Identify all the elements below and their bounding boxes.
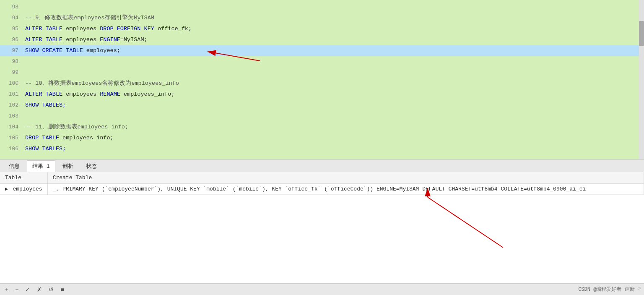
table-header-row: Table Create Table bbox=[0, 172, 644, 184]
code-line-98: 98 bbox=[0, 56, 644, 67]
line-number: 105 bbox=[0, 133, 25, 144]
code-lines: 9394-- 9、修改数据表employees存储引擎为MyISAM95ALTE… bbox=[0, 0, 644, 156]
code-line-103: 103 bbox=[0, 111, 644, 122]
code-line-94: 94-- 9、修改数据表employees存储引擎为MyISAM bbox=[0, 13, 644, 23]
editor-scrollbar[interactable] bbox=[639, 0, 644, 159]
col-create-table: Create Table bbox=[47, 172, 644, 184]
table-row: ▶ employees_, PRIMARY KEY (`employeeNumb… bbox=[0, 184, 644, 195]
line-content: -- 9、修改数据表employees存储引擎为MyISAM bbox=[25, 13, 154, 23]
refresh-button[interactable]: ↺ bbox=[47, 285, 55, 294]
code-line-102: 102SHOW TABLES; bbox=[0, 100, 644, 111]
code-line-99: 99 bbox=[0, 67, 644, 78]
line-content: -- 11、删除数据表employees_info; bbox=[25, 122, 128, 133]
line-content: ALTER TABLE employees DROP FOREIGN KEY o… bbox=[25, 23, 192, 34]
line-number: 98 bbox=[0, 56, 25, 67]
stop-button[interactable]: ■ bbox=[59, 285, 65, 294]
line-content: ALTER TABLE employees ENGINE=MyISAM; bbox=[25, 34, 148, 45]
line-number: 101 bbox=[0, 89, 25, 100]
code-line-101: 101ALTER TABLE employees RENAME employee… bbox=[0, 89, 644, 100]
results-table: Table Create Table ▶ employees_, PRIMARY… bbox=[0, 172, 644, 195]
line-number: 103 bbox=[0, 111, 25, 122]
code-line-95: 95ALTER TABLE employees DROP FOREIGN KEY… bbox=[0, 23, 644, 34]
results-tabs: 信息结果 1剖析状态 bbox=[0, 159, 644, 172]
code-line-93: 93 bbox=[0, 2, 644, 13]
line-number: 102 bbox=[0, 100, 25, 111]
toolbar-left: + − ✓ ✗ ↺ ■ bbox=[3, 285, 66, 294]
code-line-100: 100-- 10、将数据表employees名称修改为employees_inf… bbox=[0, 78, 644, 89]
cell-create-table: _, PRIMARY KEY (`employeeNumber`), UNIQU… bbox=[47, 184, 644, 195]
line-content: ALTER TABLE employees RENAME employees_i… bbox=[25, 89, 174, 100]
confirm-button[interactable]: ✓ bbox=[23, 285, 32, 294]
line-number: 106 bbox=[0, 144, 25, 154]
line-number: 99 bbox=[0, 67, 25, 78]
svg-line-5 bbox=[428, 197, 503, 248]
code-editor: 9394-- 9、修改数据表employees存储引擎为MyISAM95ALTE… bbox=[0, 0, 644, 159]
code-line-104: 104-- 11、删除数据表employees_info; bbox=[0, 122, 644, 133]
watermark: CSDN @编程爱好者 画新 ♡ bbox=[578, 286, 641, 293]
cell-table: ▶ employees bbox=[0, 184, 47, 195]
code-line-105: 105DROP TABLE employees_info; bbox=[0, 133, 644, 144]
editor-scrollbar-thumb[interactable] bbox=[639, 21, 644, 46]
results-area: Table Create Table ▶ employees_, PRIMARY… bbox=[0, 172, 644, 283]
code-line-96: 96ALTER TABLE employees ENGINE=MyISAM; bbox=[0, 34, 644, 45]
line-content: SHOW CREATE TABLE employees; bbox=[25, 45, 120, 56]
line-number: 94 bbox=[0, 13, 25, 23]
line-number: 100 bbox=[0, 78, 25, 89]
line-number: 97 bbox=[0, 45, 25, 56]
tab-剖析[interactable]: 剖析 bbox=[57, 160, 79, 172]
col-table: Table bbox=[0, 172, 47, 184]
tab-结果 1[interactable]: 结果 1 bbox=[27, 160, 55, 172]
line-content: DROP TABLE employees_info; bbox=[25, 133, 114, 144]
add-button[interactable]: + bbox=[3, 285, 10, 294]
cancel-button[interactable]: ✗ bbox=[35, 285, 44, 294]
code-line-97: 97SHOW CREATE TABLE employees; bbox=[0, 45, 644, 56]
line-number: 104 bbox=[0, 122, 25, 133]
remove-button[interactable]: − bbox=[13, 285, 20, 294]
line-number: 95 bbox=[0, 23, 25, 34]
line-content: -- 10、将数据表employees名称修改为employees_info bbox=[25, 78, 179, 89]
line-content: SHOW TABLES; bbox=[25, 144, 66, 154]
tab-信息[interactable]: 信息 bbox=[3, 160, 25, 172]
code-line-106: 106SHOW TABLES; bbox=[0, 144, 644, 154]
row-indicator: ▶ bbox=[5, 186, 13, 192]
bottom-toolbar: + − ✓ ✗ ↺ ■ CSDN @编程爱好者 画新 ♡ bbox=[0, 283, 644, 295]
tab-状态[interactable]: 状态 bbox=[80, 160, 102, 172]
line-number: 96 bbox=[0, 34, 25, 45]
line-content: SHOW TABLES; bbox=[25, 100, 66, 111]
line-number: 93 bbox=[0, 2, 25, 13]
